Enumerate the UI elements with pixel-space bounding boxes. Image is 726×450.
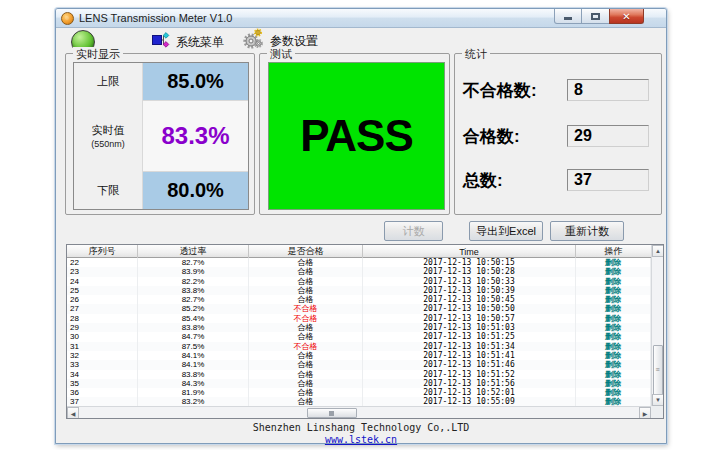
cell-time: 2017-12-13 10:50:50 xyxy=(363,304,576,313)
cell-operation: 删除 xyxy=(576,314,651,323)
cell-serial: 28 xyxy=(67,314,138,323)
cell-transmittance: 83.8% xyxy=(138,370,249,379)
minimize-button[interactable] xyxy=(554,9,582,24)
fail-count-value: 8 xyxy=(567,79,649,101)
delete-link[interactable]: 删除 xyxy=(605,360,621,369)
cell-transmittance: 83.9% xyxy=(138,267,249,276)
window-controls: ✕ xyxy=(554,9,644,24)
cell-serial: 24 xyxy=(67,277,138,286)
table-body: 22 82.7% 合格 2017-12-13 10:50:15 删除 23 83… xyxy=(67,258,651,407)
fail-count-row: 不合格数: 8 xyxy=(463,78,655,102)
total-count-row: 总数: 37 xyxy=(463,168,655,192)
delete-link[interactable]: 删除 xyxy=(605,332,621,341)
cell-transmittance: 84.7% xyxy=(138,332,249,341)
delete-link[interactable]: 删除 xyxy=(605,370,621,379)
cell-serial: 34 xyxy=(67,370,138,379)
cell-transmittance: 82.7% xyxy=(138,258,249,267)
cell-operation: 删除 xyxy=(576,267,651,276)
header-transmittance[interactable]: 透过率 xyxy=(138,245,249,258)
cell-operation: 删除 xyxy=(576,277,651,286)
close-button[interactable]: ✕ xyxy=(609,9,644,24)
header-operation[interactable]: 操作 xyxy=(576,245,651,258)
table-row: 35 84.3% 合格 2017-12-13 10:51:56 删除 xyxy=(67,379,651,388)
cell-operation: 删除 xyxy=(576,323,651,332)
cell-time: 2017-12-13 10:52:01 xyxy=(363,388,576,397)
cell-time: 2017-12-13 10:51:03 xyxy=(363,323,576,332)
current-value-label: 实时值 (550nm) xyxy=(74,100,142,171)
pass-count-row: 合格数: 29 xyxy=(463,124,655,148)
table-row: 27 85.2% 不合格 2017-12-13 10:50:50 删除 xyxy=(67,304,651,313)
cell-pass-status: 合格 xyxy=(249,370,363,379)
cell-serial: 25 xyxy=(67,286,138,295)
cell-serial: 31 xyxy=(67,342,138,351)
delete-link[interactable]: 删除 xyxy=(605,258,621,267)
scrollbar-corner xyxy=(651,406,663,418)
delete-link[interactable]: 删除 xyxy=(605,286,621,295)
website-link[interactable]: www.lstek.cn xyxy=(325,434,397,445)
total-count-value: 37 xyxy=(567,169,649,191)
cell-pass-status: 合格 xyxy=(249,323,363,332)
scroll-left-arrow-icon[interactable]: ◀ xyxy=(67,407,79,419)
scroll-down-arrow-icon[interactable]: ▼ xyxy=(652,394,664,406)
cell-transmittance: 81.9% xyxy=(138,388,249,397)
header-time[interactable]: Time xyxy=(363,245,576,258)
total-count-label: 总数: xyxy=(463,169,567,192)
table-row: 33 84.1% 合格 2017-12-13 10:51:46 删除 xyxy=(67,360,651,369)
delete-link[interactable]: 删除 xyxy=(605,351,621,360)
horizontal-scrollbar[interactable]: ◀ ▶ xyxy=(67,406,651,418)
header-pass-status[interactable]: 是否合格 xyxy=(249,245,363,258)
export-excel-button[interactable]: 导出到Excel xyxy=(469,221,543,241)
scroll-up-arrow-icon[interactable]: ▲ xyxy=(652,245,664,257)
count-button[interactable]: 计数 xyxy=(384,221,443,241)
system-menu-icon xyxy=(152,31,170,53)
maximize-button[interactable] xyxy=(582,9,609,24)
recount-button[interactable]: 重新计数 xyxy=(550,221,624,241)
current-label-wavelength: (550nm) xyxy=(91,139,125,149)
cell-pass-status: 不合格 xyxy=(249,342,363,351)
test-panel-title: 测试 xyxy=(267,47,295,62)
table-row: 31 87.5% 不合格 2017-12-13 10:51:34 删除 xyxy=(67,342,651,351)
current-value-row: 实时值 (550nm) 83.3% xyxy=(74,100,248,171)
cell-pass-status: 合格 xyxy=(249,277,363,286)
horizontal-scroll-thumb[interactable] xyxy=(307,408,357,418)
delete-link[interactable]: 删除 xyxy=(605,314,621,323)
cell-serial: 29 xyxy=(67,323,138,332)
cell-time: 2017-12-13 10:51:52 xyxy=(363,370,576,379)
cell-transmittance: 82.7% xyxy=(138,295,249,304)
close-icon: ✕ xyxy=(622,11,630,22)
table-row: 36 81.9% 合格 2017-12-13 10:52:01 删除 xyxy=(67,388,651,397)
vertical-scroll-thumb[interactable] xyxy=(653,345,663,401)
cell-operation: 删除 xyxy=(576,351,651,360)
cell-transmittance: 84.1% xyxy=(138,351,249,360)
window-title: LENS Transmission Meter V1.0 xyxy=(79,12,232,24)
pass-count-value: 29 xyxy=(567,125,649,147)
upper-limit-value: 85.0% xyxy=(142,63,248,100)
cell-pass-status: 合格 xyxy=(249,388,363,397)
cell-time: 2017-12-13 10:51:46 xyxy=(363,360,576,369)
delete-link[interactable]: 删除 xyxy=(605,267,621,276)
app-window: LENS Transmission Meter V1.0 ✕ 系统菜单 xyxy=(55,8,667,444)
header-serial[interactable]: 序列号 xyxy=(67,245,138,258)
cell-transmittance: 85.2% xyxy=(138,304,249,313)
table-row: 34 83.8% 合格 2017-12-13 10:51:52 删除 xyxy=(67,370,651,379)
delete-link[interactable]: 删除 xyxy=(605,379,621,388)
delete-link[interactable]: 删除 xyxy=(605,277,621,286)
cell-transmittance: 84.1% xyxy=(138,360,249,369)
system-menu-label: 系统菜单 xyxy=(176,34,224,51)
cell-serial: 32 xyxy=(67,351,138,360)
delete-link[interactable]: 删除 xyxy=(605,342,621,351)
delete-link[interactable]: 删除 xyxy=(605,304,621,313)
delete-link[interactable]: 删除 xyxy=(605,323,621,332)
desktop: LENS Transmission Meter V1.0 ✕ 系统菜单 xyxy=(0,0,726,450)
cell-serial: 22 xyxy=(67,258,138,267)
delete-link[interactable]: 删除 xyxy=(605,388,621,397)
cell-transmittance: 82.2% xyxy=(138,277,249,286)
titlebar: LENS Transmission Meter V1.0 ✕ xyxy=(56,9,666,28)
scroll-right-arrow-icon[interactable]: ▶ xyxy=(639,407,651,419)
system-menu-button[interactable]: 系统菜单 xyxy=(152,31,224,53)
cell-operation: 删除 xyxy=(576,342,651,351)
delete-link[interactable]: 删除 xyxy=(605,295,621,304)
vertical-scrollbar[interactable]: ▲ ▼ xyxy=(651,245,663,406)
cell-pass-status: 不合格 xyxy=(249,314,363,323)
table-row: 26 82.7% 合格 2017-12-13 10:50:45 删除 xyxy=(67,295,651,304)
